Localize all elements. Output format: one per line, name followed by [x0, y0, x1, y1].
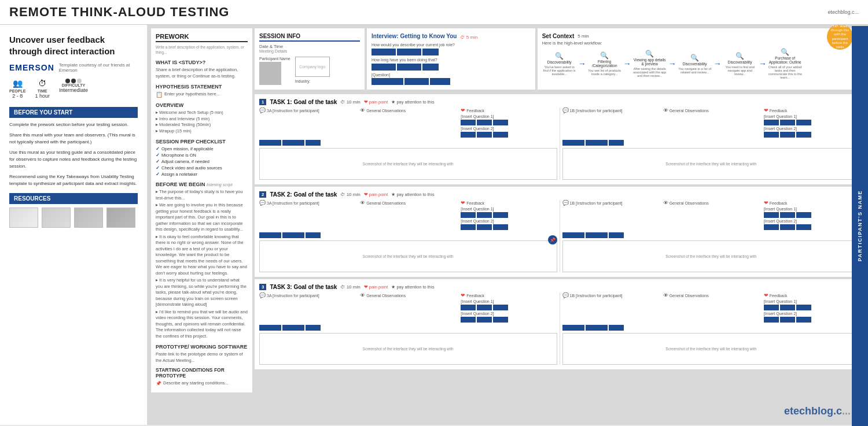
date-sub: Meeting Details — [259, 49, 360, 53]
step-5: 🔍 Discoverability You need to find and n… — [723, 52, 757, 76]
task-1-row: 1 TASK 1: Goal of the task ⏱ 10 min ❤ pa… — [255, 94, 865, 184]
date-label: Date & Time — [259, 44, 360, 49]
task-1-instruction-a: 💬3A [Instruction for participant] — [259, 108, 355, 138]
resources-row — [9, 208, 138, 228]
interview-q3: [Question] — [372, 73, 531, 77]
company-logo-box: Company logo — [295, 57, 330, 77]
task-1-screenshot-right: Screenshot of the interface they will be… — [562, 148, 860, 180]
overview-items: ▸ Welcome and Tech Setup (5 min) ▸ Intro… — [156, 110, 248, 134]
task-2-instruction-a: 💬3A [Instruction for participant] — [259, 200, 355, 230]
task-1-feedback: ❤Feedback [Insert Question 1] [Inse — [461, 108, 557, 138]
what-is-study-title: WHAT IS <STUDY>? — [156, 60, 248, 65]
before-we-begin-text: ▸ The purpose of today's study is to hav… — [156, 189, 248, 339]
checklist-title: SESSION PREP CHECKLIST — [156, 139, 248, 145]
prework-top-text: Write a brief description of the applica… — [156, 45, 248, 55]
task-2-time: ⏱ 10 min — [340, 192, 360, 197]
time-value: 1 hour — [35, 93, 50, 99]
task-3-divider — [560, 292, 560, 365]
tip-badge: TIP: Walk through this with the particip… — [827, 25, 853, 50]
task-2-left: 💬3A [Instruction for participant] 👁Gener… — [259, 200, 557, 272]
participants-tab: PARTICIPANT'S NAME — [852, 26, 868, 426]
task-2-screenshot-right: Screenshot of the interface they will be… — [562, 240, 860, 272]
time-label: TIME — [35, 89, 50, 93]
resource-thumb-2[interactable] — [42, 208, 71, 228]
prototype-title: PROTOTYPE/ WORKING SOFTWARE — [156, 344, 248, 350]
task-2-right: 💬1B [Instruction for participant] 👁Gener… — [562, 200, 860, 272]
task-1-q2: [Insert Question 2] — [461, 127, 557, 131]
task-3-instruction-a: 💬3A [Instruction for participant] — [259, 292, 355, 323]
top-panels: SESSION INFO Date & Time Meeting Details… — [255, 28, 865, 90]
task-2-feedback: ❤Feedback [Insert Question 1] [Inse — [461, 200, 557, 230]
prework-title: PREWORK — [156, 33, 248, 42]
task-1-q1: [Insert Question 1] — [461, 114, 557, 118]
context-time: 5 min — [578, 34, 589, 39]
task-1-feedback-b: ❤Feedback [Insert Question 1] [Inse — [764, 108, 860, 138]
task-2-note-badge: 📌 — [548, 235, 557, 245]
task-3-screenshot-right: Screenshot of the interface they will be… — [562, 333, 860, 365]
before-we-begin-title: BEFORE WE BEGIN listening script — [156, 181, 248, 187]
emerson-branding: EMERSON Template courtesy of our friends… — [9, 62, 138, 73]
interview-q1: How would you describe your current job … — [372, 43, 531, 47]
task-2-row: 2 TASK 2: Goal of the task ⏱ 10 min ❤ pa… — [255, 187, 865, 277]
what-is-study-text: Share a brief description of the applica… — [156, 67, 248, 79]
task-2-cols: 💬3A [Instruction for participant] 👁Gener… — [259, 200, 860, 272]
starting-conditions-text: Describe any starting conditions... — [163, 380, 229, 387]
task-2-num: 2 — [259, 191, 266, 198]
task-1-general-obs-b: 👁General Observations — [663, 108, 759, 138]
participants-label: PARTICIPANT'S NAME — [857, 190, 863, 261]
difficulty-value: Intermediate — [59, 87, 88, 93]
task-3-general-obs: 👁General Observations — [360, 292, 456, 323]
task-1-cols: 💬3A [Instruction for participant] 👁Gener… — [259, 108, 860, 180]
task-2-attention: ★ pay attention to this — [391, 192, 434, 197]
task-2-pain: ❤ pain point — [364, 192, 388, 197]
participant-photo — [259, 62, 281, 85]
stat-difficulty: DIFFICULTY Intermediate — [59, 79, 88, 99]
interview-title: Interview: Getting to Know You — [372, 33, 457, 39]
task-3-instruction-b: 💬1B [Instruction for participant] — [562, 292, 659, 323]
hypothesis-title: HYPOTHESIS STATEMENT — [156, 84, 248, 90]
top-right-logo: etechblog.c... — [827, 9, 859, 15]
prework-column: PREWORK Write a brief description of the… — [151, 28, 252, 392]
people-label: PEOPLE — [9, 89, 25, 93]
page-title: REMOTE THINK-ALOUD TESTING — [9, 5, 229, 20]
right-column: SESSION INFO Date & Time Meeting Details… — [255, 28, 865, 392]
stat-people: 👥 PEOPLE 2 - 8 — [9, 79, 25, 99]
task-1-screenshot-left: Screenshot of the interface they will be… — [259, 148, 557, 180]
task-1-num: 1 — [259, 99, 266, 105]
task-3-pain: ❤ pain point — [364, 284, 388, 290]
hypothesis-icon: 📋 — [156, 91, 163, 98]
task-3-row: 3 TASK 3: Goal of the task ⏱ 10 min ❤ pa… — [255, 279, 865, 369]
task-3-feedback-b: ❤Feedback [Insert Question 1] [Inse — [764, 292, 860, 323]
task-3-right: 💬1B [Instruction for participant] 👁Gener… — [562, 292, 860, 365]
people-icon: 👥 — [9, 79, 25, 88]
session-info-title: SESSION INFO — [259, 33, 360, 42]
before-start-text3: Use this mural as your testing guide and… — [9, 149, 138, 170]
interview-time: ⏱ 5 min — [460, 35, 477, 40]
task-1-instruction-b: 💬1B [Instruction for participant] — [562, 108, 659, 138]
resource-thumb-3[interactable] — [74, 208, 103, 228]
task-3-screenshot-left: Screenshot of the interface they will be… — [259, 333, 557, 365]
task-2-instruction-b: 💬1B [Instruction for participant] — [562, 200, 659, 230]
resource-thumb-1[interactable] — [9, 208, 38, 228]
page-header: REMOTE THINK-ALOUD TESTING etechblog.c..… — [0, 0, 868, 25]
company-area: Company logo Industry: — [295, 57, 360, 83]
task-1-general-obs: 👁General Observations — [360, 108, 456, 138]
overview-title: OVERVIEW — [156, 102, 248, 108]
before-start-header: BEFORE YOU START — [9, 107, 138, 118]
task-3-feedback: ❤Feedback [Insert Question 1] [Inse — [461, 292, 557, 323]
before-start-text1: Complete the prework section before your… — [9, 121, 138, 128]
task-3-attention: ★ pay attention to this — [391, 284, 434, 290]
difficulty-label: DIFFICULTY — [59, 83, 88, 87]
resources-header: RESOURCES — [9, 193, 138, 204]
starting-conditions-title: STARTING CONDITIONS FOR PROTOTYPE — [156, 367, 248, 379]
context-subtitle: Here is the high-level workflow: — [542, 40, 860, 46]
set-context-panel: TIP: Walk through this with the particip… — [538, 28, 865, 90]
workflow-steps: 🔍 Discoverability You've been asked to f… — [542, 48, 860, 79]
task-1-divider — [560, 108, 560, 180]
resource-thumb-4[interactable] — [106, 208, 135, 228]
step-6: 🔍 Purchase of Application: Outline Check… — [768, 48, 803, 79]
checklist-items: ✓Open mission, if applicable ✓Microphone… — [156, 146, 248, 177]
difficulty-circles — [59, 79, 88, 83]
tasks-area: 1 TASK 1: Goal of the task ⏱ 10 min ❤ pa… — [255, 94, 865, 369]
task-3-left: 💬3A [Instruction for participant] 👁Gener… — [259, 292, 557, 365]
